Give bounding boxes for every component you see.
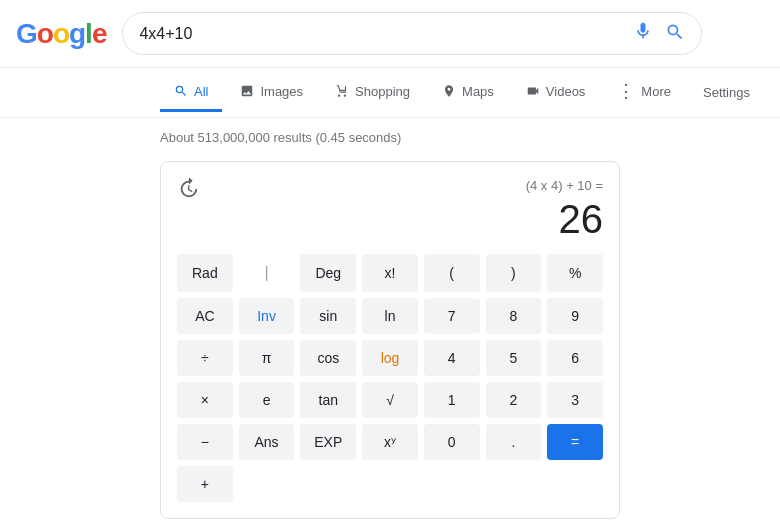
header: Google 4x4+10 [0,0,780,68]
calc-btn-[interactable]: = [547,424,603,460]
calc-btn-4[interactable]: 4 [424,340,480,376]
calc-btn-EXP[interactable]: EXP [300,424,356,460]
calc-btn-6[interactable]: 6 [547,340,603,376]
calc-btn-8[interactable]: 8 [486,298,542,334]
calc-btn-AC[interactable]: AC [177,298,233,334]
calc-btn-ln[interactable]: ln [362,298,418,334]
calc-top: (4 x 4) + 10 = 26 [177,178,603,242]
nav-tabs: All Images Shopping Maps Videos ⋮ More S… [0,68,780,118]
tools-link[interactable]: Tools [768,75,780,110]
settings-link[interactable]: Settings [689,75,764,110]
calc-btn-[interactable]: √ [362,382,418,418]
settings-tools: Settings Tools [689,75,780,110]
calc-btn-Ans[interactable]: Ans [239,424,295,460]
calc-display: (4 x 4) + 10 = 26 [199,178,603,242]
calc-expression: (4 x 4) + 10 = [199,178,603,193]
calc-btn-Inv[interactable]: Inv [239,298,295,334]
results-area: About 513,000,000 results (0.45 seconds)… [0,118,780,531]
search-bar: 4x4+10 [122,12,702,55]
tab-more[interactable]: ⋮ More [603,72,685,113]
calc-btn-3[interactable]: 3 [547,382,603,418]
tab-images[interactable]: Images [226,74,317,112]
tab-videos[interactable]: Videos [512,74,600,112]
search-icons [633,21,685,46]
calc-btn-x[interactable]: x! [362,254,418,292]
calc-btn-9[interactable]: 9 [547,298,603,334]
tab-maps[interactable]: Maps [428,74,508,112]
calc-btn-0[interactable]: 0 [424,424,480,460]
calc-btn-2[interactable]: 2 [486,382,542,418]
results-count: About 513,000,000 results (0.45 seconds) [160,130,620,145]
calc-btn-7[interactable]: 7 [424,298,480,334]
calc-btn-tan[interactable]: tan [300,382,356,418]
calc-btn-5[interactable]: 5 [486,340,542,376]
calc-btn-[interactable]: + [177,466,233,502]
calculator-card: (4 x 4) + 10 = 26 Rad|Degx!()%ACInvsinln… [160,161,620,519]
calc-btn-Rad[interactable]: Rad [177,254,233,292]
calc-btn-[interactable]: × [177,382,233,418]
calc-btn-[interactable]: . [486,424,542,460]
microphone-icon[interactable] [633,21,653,46]
search-input[interactable]: 4x4+10 [139,25,625,43]
calc-btn-x[interactable]: xʸ [362,424,418,460]
calc-btn-[interactable]: ÷ [177,340,233,376]
calc-btn-[interactable]: ) [486,254,542,292]
calc-buttons: Rad|Degx!()%ACInvsinln789÷πcoslog456×eta… [177,254,603,502]
search-button-icon[interactable] [665,22,685,45]
calc-btn-cos[interactable]: cos [300,340,356,376]
calc-btn-1[interactable]: 1 [424,382,480,418]
google-logo[interactable]: Google [16,18,106,50]
calc-btn-log[interactable]: log [362,340,418,376]
tab-shopping[interactable]: Shopping [321,74,424,112]
calc-btn-[interactable]: π [239,340,295,376]
calc-btn-Deg[interactable]: Deg [300,254,356,292]
calc-btn-[interactable]: − [177,424,233,460]
calc-btn-e[interactable]: e [239,382,295,418]
calc-btn-sin[interactable]: sin [300,298,356,334]
calc-btn-[interactable]: ( [424,254,480,292]
tab-all[interactable]: All [160,74,222,112]
history-icon[interactable] [177,178,199,205]
calc-result: 26 [199,197,603,242]
calc-btn-[interactable]: | [239,254,295,292]
calc-btn-[interactable]: % [547,254,603,292]
